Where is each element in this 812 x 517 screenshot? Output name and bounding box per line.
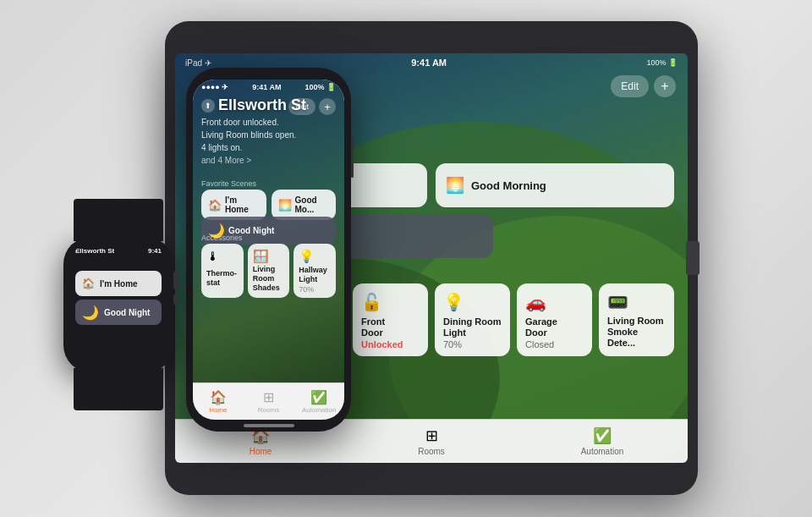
ipad-time: 9:41 AM	[411, 58, 447, 68]
front-door-status: Unlocked	[361, 339, 420, 349]
iphone-good-morning-icon: 🌅	[278, 199, 292, 212]
ipad-battery: 100% 🔋	[646, 58, 678, 67]
watch-scenes: 🏠 I'm Home 🌙 Good Night	[75, 271, 162, 325]
thermostat-name: Thermo-stat	[206, 269, 239, 288]
iphone-tabbar: 🏠 Home ⊞ Rooms ✅ Automation	[193, 382, 344, 420]
smoke-detector-icon: 📟	[607, 292, 666, 312]
ipad-acc-dining-light[interactable]: 💡 Dining RoomLight 70%	[435, 283, 510, 356]
iphone-home-label: I'm Home	[225, 195, 260, 214]
iphone-home-tab-label: Home	[209, 406, 227, 414]
watch-time: 9:41	[148, 247, 162, 255]
garage-door-status: Closed	[525, 339, 584, 349]
iphone-automation-tab-icon: ✅	[310, 389, 327, 405]
iphone-status-bar: ●●●● ✈ 9:41 AM 100% 🔋	[193, 80, 344, 95]
iphone-scenes-label: Favorite Scenes	[201, 179, 256, 188]
iphone-status-line3: 4 lights on.	[201, 143, 242, 152]
watch-address: Ellsworth St	[75, 247, 114, 255]
iphone-more-link[interactable]: and 4 More >	[201, 156, 336, 165]
good-morning-label: Good Morning	[471, 179, 546, 192]
dining-light-icon: 💡	[443, 292, 502, 312]
iphone-status-text: Front door unlocked. Living Room blinds …	[201, 116, 336, 154]
ipad-tab-automation[interactable]: ✅ Automation	[517, 426, 688, 456]
ipad-tab-rooms[interactable]: ⊞ Rooms	[346, 426, 517, 456]
iphone-rooms-tab-label: Rooms	[258, 406, 279, 414]
automation-tab-label: Automation	[581, 447, 624, 456]
watch-home-label: I'm Home	[100, 279, 138, 289]
iphone-tab-home[interactable]: 🏠 Home	[193, 389, 244, 414]
iphone-location-icon: ⬆	[201, 99, 215, 113]
iphone-good-morning-label: Good Mo...	[295, 195, 330, 214]
iphone-screen: ●●●● ✈ 9:41 AM 100% 🔋 ⬆ Ellsworth St Fro…	[193, 80, 344, 420]
iphone-tab-rooms[interactable]: ⊞ Rooms	[244, 389, 294, 414]
watch-crown[interactable]	[173, 271, 178, 289]
good-morning-icon: 🌅	[446, 176, 464, 195]
watch-scene-home[interactable]: 🏠 I'm Home	[75, 271, 162, 296]
ipad-acc-garage-door[interactable]: 🚗 GarageDoor Closed	[517, 283, 592, 356]
iphone-rooms-tab-icon: ⊞	[263, 389, 274, 405]
garage-door-name: GarageDoor	[525, 316, 584, 338]
front-door-icon: 🔓	[361, 292, 420, 312]
iphone-scene-good-morning[interactable]: 🌅 Good Mo...	[272, 190, 337, 220]
ipad-acc-front-door[interactable]: 🔓 FrontDoor Unlocked	[353, 283, 428, 356]
front-door-name: FrontDoor	[361, 316, 420, 338]
ipad-acc-smoke-detector[interactable]: 📟 Living RoomSmoke Dete...	[599, 283, 674, 356]
iphone-automation-tab-label: Automation	[302, 406, 336, 414]
rooms-tab-label: Rooms	[418, 447, 445, 456]
iphone-home-icon: 🏠	[208, 199, 222, 212]
iphone-device: ●●●● ✈ 9:41 AM 100% 🔋 ⬆ Ellsworth St Fro…	[186, 68, 351, 432]
iphone-accessories-label: Accessories	[201, 234, 243, 242]
iphone-home-tab-icon: 🏠	[210, 389, 227, 405]
dining-light-name: Dining RoomLight	[443, 316, 502, 338]
automation-tab-icon: ✅	[593, 426, 612, 445]
rooms-tab-icon: ⊞	[425, 426, 438, 445]
ipad-device-label: iPad ✈	[185, 58, 211, 68]
ipad-home-button[interactable]	[686, 241, 700, 275]
garage-door-icon: 🚗	[525, 292, 584, 312]
iphone-acc-thermostat[interactable]: 🌡 Thermo-stat	[201, 244, 244, 298]
iphone-battery: 100% 🔋	[304, 83, 336, 91]
apple-watch-device: Ellsworth St 9:41 🏠 I'm Home 🌙 Good Nigh…	[63, 237, 173, 372]
iphone-side-button[interactable]	[351, 135, 354, 178]
iphone-shades-icon: 🪟	[253, 249, 285, 264]
watch-status-bar: Ellsworth St 9:41	[75, 247, 162, 255]
watch-screen: Ellsworth St 9:41 🏠 I'm Home 🌙 Good Nigh…	[70, 244, 167, 366]
iphone-acc-shades[interactable]: 🪟 Living Room Shades	[248, 244, 290, 298]
iphone-hallway-light-icon: 💡	[299, 249, 331, 264]
iphone-shades-name: Living Room Shades	[253, 265, 285, 292]
iphone-header: ⬆ Ellsworth St Front door unlocked. Livi…	[201, 96, 336, 165]
watch-side-button[interactable]	[173, 294, 178, 305]
watch-band-top	[74, 199, 163, 241]
watch-home-icon: 🏠	[82, 278, 95, 289]
iphone-address: Ellsworth St	[218, 96, 306, 114]
iphone-time: 9:41 AM	[252, 83, 281, 91]
watch-good-night-label: Good Night	[104, 308, 150, 317]
watch-good-night-icon: 🌙	[82, 305, 99, 321]
home-tab-label: Home	[250, 447, 272, 456]
smoke-detector-name: Living RoomSmoke Dete...	[607, 316, 666, 349]
iphone-home-indicator[interactable]	[244, 424, 294, 427]
watch-scene-good-night[interactable]: 🌙 Good Night	[75, 300, 162, 325]
iphone-signal: ●●●● ✈	[201, 83, 228, 91]
thermostat-icon: 🌡	[206, 249, 239, 263]
iphone-scenes: 🏠 I'm Home 🌅 Good Mo...	[201, 190, 336, 220]
iphone-scene-home[interactable]: 🏠 I'm Home	[201, 190, 266, 220]
iphone-status-line1: Front door unlocked.	[201, 118, 279, 127]
iphone-hallway-light-status: 70%	[299, 285, 331, 294]
iphone-status-line2: Living Room blinds open.	[201, 130, 296, 140]
iphone-acc-hallway-light[interactable]: 💡 Hallway Light 70%	[294, 244, 336, 298]
dining-light-status: 70%	[443, 339, 502, 349]
watch-band-bottom	[74, 368, 163, 410]
iphone-tab-automation[interactable]: ✅ Automation	[294, 389, 344, 414]
iphone-accessories-grid: 🌡 Thermo-stat 🪟 Living Room Shades 💡 Hal…	[201, 244, 336, 298]
iphone-hallway-light-name: Hallway Light	[299, 266, 331, 284]
ipad-scene-good-morning[interactable]: 🌅 Good Morning	[436, 163, 674, 207]
